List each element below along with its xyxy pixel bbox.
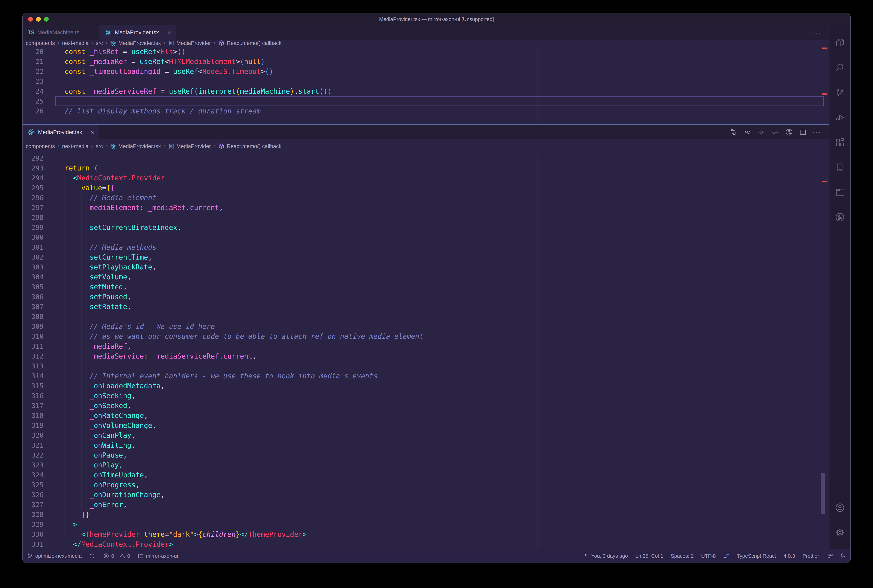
run-debug-icon[interactable] (831, 105, 849, 130)
previous-change-icon[interactable] (744, 128, 751, 136)
code-line-21[interactable]: 21 const _mediaRef = useRef<HTMLMediaEle… (23, 57, 829, 66)
code-line-301[interactable]: 301 // Media methods (23, 242, 829, 252)
code-line-328[interactable]: 328 }} (23, 510, 829, 519)
code-line-293[interactable]: 293 return ( (23, 163, 829, 173)
more-actions-icon[interactable]: ··· (813, 28, 821, 36)
source-control-icon[interactable] (831, 80, 849, 105)
code-line-302[interactable]: 302 setCurrentTime, (23, 252, 829, 262)
code-line-311[interactable]: 311 _mediaRef, (23, 341, 829, 351)
line-number: 331 (23, 539, 48, 549)
code-line-312[interactable]: 312 _mediaService: _mediaServiceRef.curr… (23, 351, 829, 361)
code-line-317[interactable]: 317 _onSeeked, (23, 401, 829, 411)
next-change-icon[interactable] (771, 128, 779, 136)
breadcrumb-item[interactable]: src (96, 143, 103, 150)
open-timeline-icon[interactable] (785, 128, 793, 136)
code-line-324[interactable]: 324 _onTimeUpdate, (23, 470, 829, 480)
current-change-icon[interactable] (757, 128, 765, 136)
close-tab-icon[interactable]: × (167, 29, 171, 36)
git-graph-icon[interactable] (831, 205, 849, 230)
project-manager-icon[interactable] (831, 180, 849, 205)
code-line-22[interactable]: 22 const _timeoutLoadingId = useRef<Node… (23, 66, 829, 76)
tab-mediaprovider[interactable]: MediaProvider.tsx × (23, 125, 99, 140)
encoding-status[interactable]: UTF-8 (701, 553, 716, 559)
code-editor-bottom[interactable]: 292293 return (294 <MediaContext.Provide… (23, 153, 829, 549)
code-line-23[interactable]: 23 (23, 76, 829, 86)
git-branch-status[interactable]: optimize-next-media (27, 553, 81, 559)
notifications-status[interactable] (839, 552, 846, 559)
code-line-309[interactable]: 309 // Media's id - We use id here (23, 321, 829, 332)
code-line-305[interactable]: 305 setMuted, (23, 282, 829, 292)
breadcrumb-item[interactable]: next-media (62, 40, 89, 46)
code-line-316[interactable]: 316 _onSeeking, (23, 391, 829, 401)
code-line-24[interactable]: 24 const _mediaServiceRef = useRef(inter… (23, 86, 829, 96)
code-line-325[interactable]: 325 _onProgress, (23, 480, 829, 490)
code-line-297[interactable]: 297 mediaElement: _mediaRef.current, (23, 203, 829, 213)
code-editor-top[interactable]: 20 const _hlsRef = useRef<Hls>()21 const… (23, 47, 829, 124)
search-icon[interactable] (831, 55, 849, 80)
code-line-300[interactable]: 300 (23, 232, 829, 242)
bookmarks-icon[interactable] (831, 155, 849, 180)
indentation-status[interactable]: Spaces: 2 (671, 553, 694, 559)
breadcrumb-item[interactable]: React.memo() callback (227, 143, 281, 150)
code-line-314[interactable]: 314 // Internal event hanlders - we use … (23, 371, 829, 381)
code-line-306[interactable]: 306 setPaused, (23, 292, 829, 302)
code-line-322[interactable]: 322 _onPause, (23, 450, 829, 460)
code-line-294[interactable]: 294 <MediaContext.Provider (23, 173, 829, 183)
code-line-20[interactable]: 20 const _hlsRef = useRef<Hls>() (23, 47, 829, 57)
workspace-status[interactable]: mirror-axon-ui (138, 553, 178, 559)
breadcrumb-item[interactable]: next-media (62, 143, 89, 150)
open-changes-icon[interactable] (730, 128, 738, 136)
code-line-318[interactable]: 318 _onRateChange, (23, 411, 829, 420)
code-line-326[interactable]: 326 _onDurationChange, (23, 490, 829, 500)
line-number: 23 (23, 76, 48, 86)
code-line-315[interactable]: 315 _onLoadedMetadata, (23, 381, 829, 391)
tab-mediamachine[interactable]: TS MediaMachine.ts (23, 26, 99, 40)
breadcrumb-item[interactable]: src (96, 40, 103, 46)
blame-status[interactable]: You, 3 days ago (583, 553, 628, 559)
scrollbar-thumb[interactable] (821, 473, 825, 514)
code-line-292[interactable]: 292 (23, 153, 829, 163)
code-line-319[interactable]: 319 _onVolumeChange, (23, 420, 829, 430)
code-line-327[interactable]: 327 _onError, (23, 500, 829, 510)
feedback-status[interactable] (826, 552, 833, 559)
code-line-304[interactable]: 304 setVolume, (23, 272, 829, 282)
code-line-313[interactable]: 313 (23, 361, 829, 371)
code-line-330[interactable]: 330 <ThemeProvider theme="dark">{childre… (23, 530, 829, 539)
code-line-295[interactable]: 295 value={{ (23, 183, 829, 193)
breadcrumb-item[interactable]: MediaProvider (176, 40, 211, 46)
code-line-303[interactable]: 303 setPlaybackRate, (23, 262, 829, 272)
formatter-status[interactable]: Prettier (802, 553, 819, 559)
settings-gear-icon[interactable] (831, 520, 849, 545)
code-line-26[interactable]: 26 // list display methods track / durat… (23, 106, 829, 116)
problems-status[interactable]: 0 0 (103, 553, 130, 559)
breadcrumb-item[interactable]: MediaProvider (176, 143, 211, 150)
code-line-320[interactable]: 320 _onCanPlay, (23, 430, 829, 440)
ts-version-status[interactable]: 4.0.3 (783, 553, 795, 559)
code-line-323[interactable]: 323 _onPlay, (23, 460, 829, 470)
accounts-icon[interactable] (831, 495, 849, 520)
code-line-329[interactable]: 329 > (23, 519, 829, 530)
code-line-296[interactable]: 296 // Media element (23, 193, 829, 203)
code-line-310[interactable]: 310 // as we want our consumer code to b… (23, 332, 829, 341)
explorer-icon[interactable] (831, 30, 849, 55)
extensions-icon[interactable] (831, 130, 849, 155)
code-line-307[interactable]: 307 setRotate, (23, 302, 829, 312)
more-actions-icon[interactable]: ··· (813, 128, 821, 136)
close-tab-icon[interactable]: × (90, 129, 94, 135)
code-line-308[interactable]: 308 (23, 312, 829, 321)
cursor-position-status[interactable]: Ln 25, Col 1 (636, 553, 663, 559)
tab-mediaprovider[interactable]: MediaProvider.tsx × (99, 26, 176, 40)
breadcrumb-item[interactable]: MediaProvider.tsx (119, 40, 161, 46)
language-mode-status[interactable]: TypeScript React (737, 553, 776, 559)
code-line-331[interactable]: 331 </MediaContext.Provider> (23, 539, 829, 549)
breadcrumb-item[interactable]: components (26, 40, 55, 46)
sync-status[interactable] (89, 553, 95, 559)
code-line-299[interactable]: 299 setCurrentBirateIndex, (23, 222, 829, 232)
eol-status[interactable]: LF (723, 553, 729, 559)
split-editor-icon[interactable] (799, 128, 807, 136)
breadcrumb-item[interactable]: React.memo() callback (227, 40, 281, 46)
code-line-298[interactable]: 298 (23, 213, 829, 222)
breadcrumb-item[interactable]: MediaProvider.tsx (119, 143, 161, 150)
breadcrumb-item[interactable]: components (26, 143, 55, 150)
code-line-321[interactable]: 321 _onWaiting, (23, 440, 829, 450)
